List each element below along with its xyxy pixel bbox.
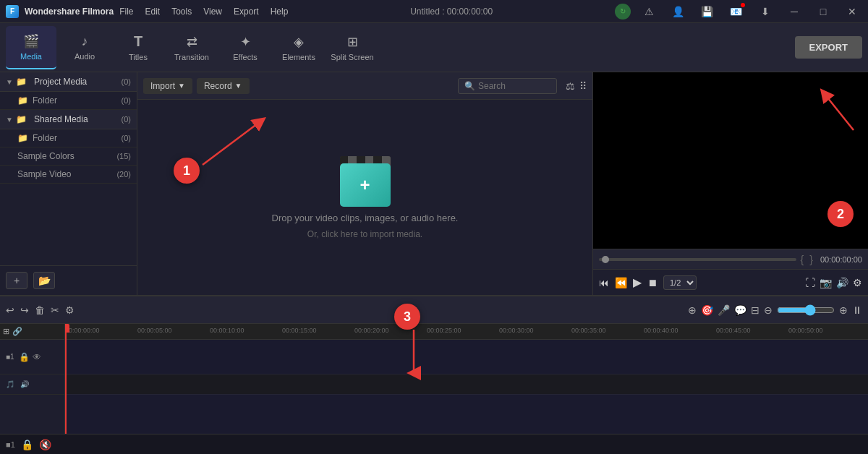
tool-media[interactable]: 🎬 Media — [6, 26, 56, 69]
grid-view-button[interactable]: ⠿ — [579, 80, 587, 92]
motion-track-button[interactable]: 🎯 — [701, 304, 713, 316]
search-box[interactable]: 🔍 — [458, 78, 557, 94]
user-icon[interactable]: 👤 — [668, 1, 689, 22]
speed-select[interactable]: 1/2 — [663, 275, 697, 290]
play-button[interactable]: ▶ — [633, 275, 642, 289]
audio-volume-icon[interactable]: 🔊 — [20, 380, 29, 388]
sample-video-item[interactable]: Sample Video (20) — [0, 166, 137, 184]
mute-track-button[interactable]: 🔇 — [39, 439, 51, 450]
search-input[interactable] — [478, 81, 550, 91]
menu-export[interactable]: Export — [234, 7, 259, 17]
search-icon: 🔍 — [464, 81, 475, 91]
shared-folder-count: (0) — [122, 134, 131, 142]
project-media-header[interactable]: ▼ 📁 Project Media (0) — [0, 72, 137, 92]
project-folder-icon: 📁 — [16, 77, 27, 87]
sample-colors-item[interactable]: Sample Colors (15) — [0, 147, 137, 166]
delete-button[interactable]: 🗑 — [35, 304, 45, 316]
menu-edit[interactable]: Edit — [145, 7, 160, 17]
filter-button[interactable]: ⚖ — [566, 80, 575, 92]
undo-button[interactable]: ↩ — [6, 304, 14, 316]
timeline-right-tools: ⊕ 🎯 🎤 💬 ⊟ ⊖ ⊕ ⏸ — [688, 304, 862, 316]
redo-button[interactable]: ↪ — [20, 304, 29, 316]
project-media-label: Project Media — [34, 77, 87, 87]
add-folder-button[interactable]: + — [6, 272, 27, 289]
link-button[interactable]: 🔗 — [12, 327, 22, 336]
maximize-button[interactable]: □ — [813, 1, 833, 22]
panel-bottom-buttons: + 📂 — [0, 265, 137, 295]
ruler-mark-7: 00:00:35:00 — [571, 327, 606, 334]
title-bar-right: ↻ ⚠ 👤 💾 📧 ⬇ ─ □ ✕ — [615, 1, 862, 22]
snap-button[interactable]: ⊕ — [688, 304, 697, 316]
import-button[interactable]: Import ▼ — [143, 78, 192, 94]
app-logo: F — [6, 5, 19, 18]
lock-icon[interactable]: 🔒 — [19, 352, 30, 362]
shared-folder-item[interactable]: 📁 Folder (0) — [0, 129, 137, 147]
preview-video: 2 — [593, 72, 868, 249]
menu-file[interactable]: File — [119, 7, 133, 17]
tool-titles[interactable]: T Titles — [113, 26, 163, 69]
left-panel: ▼ 📁 Project Media (0) 📁 Folder (0) ▼ 📁 S… — [0, 72, 137, 295]
preview-area: 2 { } 00:00:00:00 ⏮ ⏪ ▶ ⏹ 1/2 — [593, 72, 868, 295]
ruler-mark-6: 00:00:30:00 — [499, 327, 534, 334]
playhead[interactable] — [65, 324, 67, 434]
voiceover-button[interactable]: 🎤 — [718, 304, 730, 316]
record-button[interactable]: Record ▼ — [197, 78, 250, 94]
lock-track-button[interactable]: 🔒 — [21, 439, 33, 450]
timeline-controls-row: ⊞ 🔗 — [0, 324, 64, 340]
screenshot-button[interactable]: 📷 — [820, 277, 832, 288]
close-button[interactable]: ✕ — [842, 1, 862, 22]
skip-back-button[interactable]: ⏮ — [599, 277, 609, 288]
tool-elements[interactable]: ◈ Elements — [273, 26, 324, 69]
zoom-out-button[interactable]: ⊖ — [764, 304, 773, 316]
notification-icon[interactable]: 📧 — [726, 1, 746, 22]
tool-effects[interactable]: ✦ Effects — [220, 26, 271, 69]
tool-media-label: Media — [20, 52, 42, 61]
scissors-button[interactable]: ✂ — [51, 304, 59, 316]
tool-effects-label: Effects — [233, 53, 257, 61]
step-back-button[interactable]: ⏪ — [615, 277, 627, 288]
stop-button[interactable]: ⏹ — [647, 277, 658, 288]
subtitle-button[interactable]: 💬 — [734, 304, 746, 316]
tool-transition[interactable]: ⇄ Transition — [166, 26, 217, 69]
audio-icon: ♪ — [82, 34, 88, 49]
zoom-slider[interactable] — [777, 304, 835, 316]
settings-button[interactable]: ⚙ — [853, 277, 862, 288]
shared-media-header[interactable]: ▼ 📁 Shared Media (0) — [0, 110, 137, 129]
alert-icon[interactable]: ⚠ — [639, 1, 660, 22]
project-media-count: (0) — [122, 77, 131, 86]
adjust-button[interactable]: ⚙ — [65, 304, 75, 316]
menu-view[interactable]: View — [203, 7, 222, 17]
ruler-mark-0: 00:00:00:00 — [65, 327, 100, 334]
menu-tools[interactable]: Tools — [171, 7, 192, 17]
drop-text-line2: Or, click here to import media. — [307, 229, 422, 239]
media-drop-area[interactable]: + Drop your video clips, images, or audi… — [137, 100, 592, 295]
project-folder-item[interactable]: 📁 Folder (0) — [0, 92, 137, 110]
menu-help[interactable]: Help — [271, 7, 289, 17]
save-icon[interactable]: 💾 — [697, 1, 718, 22]
export-button[interactable]: EXPORT — [795, 36, 862, 59]
ruler-mark-5: 00:00:25:00 — [427, 327, 461, 334]
sync-icon[interactable]: ↻ — [615, 4, 631, 20]
tool-audio[interactable]: ♪ Audio — [59, 26, 110, 69]
download-icon[interactable]: ⬇ — [755, 1, 775, 22]
pause-timeline-button[interactable]: ⏸ — [852, 304, 862, 316]
tool-split-screen[interactable]: ⊞ Split Screen — [327, 26, 378, 69]
pip-button[interactable]: ⊟ — [751, 304, 760, 316]
import-folder-button[interactable]: 📂 — [33, 272, 55, 289]
fullscreen-button[interactable]: ⛶ — [805, 277, 815, 288]
record-dropdown-icon: ▼ — [235, 82, 242, 90]
svg-line-0 — [203, 121, 260, 165]
scrubber-handle[interactable] — [602, 256, 609, 263]
playhead-handle[interactable] — [65, 324, 69, 333]
tool-transition-label: Transition — [174, 53, 209, 61]
sample-colors-count: (15) — [116, 152, 131, 160]
audio-button[interactable]: 🔊 — [836, 277, 848, 288]
minimize-button[interactable]: ─ — [784, 1, 804, 22]
preview-scrubber[interactable] — [599, 258, 796, 261]
add-track-button[interactable]: ⊞ — [3, 327, 9, 336]
annotation-2: 2 — [827, 201, 854, 227]
track-icons: 🔒 👁 — [19, 352, 41, 362]
preview-right-tools: ⛶ 📷 🔊 ⚙ — [805, 277, 862, 288]
eye-icon[interactable]: 👁 — [33, 352, 41, 362]
zoom-in-button[interactable]: ⊕ — [839, 304, 848, 316]
